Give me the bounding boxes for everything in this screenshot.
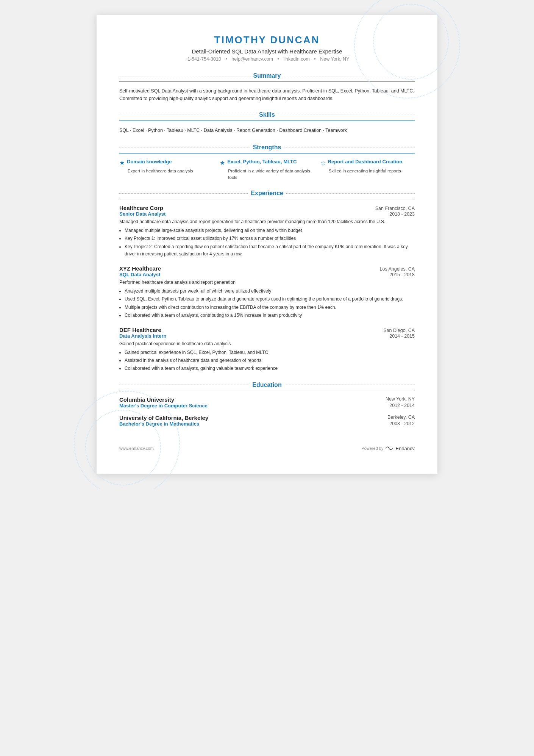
strength-desc-3: Skilled in generating insightful reports (320, 168, 415, 174)
exp-bullets-1: Managed multiple large-scale anayslsis p… (119, 227, 415, 258)
strength-item-2: ★ Excel, Python, Tableau, MLTC Proficien… (220, 159, 314, 181)
summary-section: Summary Self-motivated SQL Data Analyst … (119, 72, 415, 102)
enhancv-logo-icon (385, 446, 393, 451)
strength-desc-2: Proficient in a wide variety of data ana… (220, 168, 314, 181)
exp-title-2: SQL Data Analyst (119, 272, 160, 277)
strengths-heading: Strengths (119, 144, 415, 151)
strengths-grid: ★ Domain knowledge Expert in healthcare … (119, 159, 415, 181)
exp-entry-1: Healthcare Corp San Francisco, CA Senior… (119, 205, 415, 258)
exp-title-3: Data Analysis Intern (119, 333, 167, 339)
skills-divider (119, 121, 415, 121)
exp-row-top-1: Healthcare Corp San Francisco, CA (119, 205, 415, 211)
header: TIMOTHY DUNCAN Detail-Oriented SQL Data … (119, 34, 415, 62)
strength-header-2: ★ Excel, Python, Tableau, MLTC (220, 159, 314, 166)
exp-row-mid-3: Data Analysis Intern 2014 - 2015 (119, 333, 415, 339)
contact-info: +1-541-754-3010 • help@enhancv.com • lin… (119, 56, 415, 62)
exp-summary-1: Managed healthcare data analysis and rep… (119, 218, 415, 225)
exp-entry-2: XYZ Healthcare Los Angeles, CA SQL Data … (119, 265, 415, 319)
bullet-1-1: Managed multiple large-scale anayslsis p… (125, 227, 415, 234)
strength-title-1: Domain knowledge (127, 159, 172, 165)
edu-dates-1: 2012 - 2014 (389, 403, 415, 409)
edu-degree-1: Master's Degree in Computer Science (119, 403, 208, 409)
star-icon-2: ★ (220, 159, 225, 166)
exp-row-mid-2: SQL Data Analyst 2015 - 2018 (119, 272, 415, 277)
skills-list: SQL · Excel · Python · Tableau · MLTC · … (119, 126, 415, 135)
edu-location-1: New York, NY (386, 396, 415, 403)
exp-dates-2: 2015 - 2018 (389, 272, 415, 277)
powered-by-text: Powered by (361, 446, 383, 451)
edu-location-2: Berkeley, CA (387, 415, 415, 421)
resume-page: TIMOTHY DUNCAN Detail-Oriented SQL Data … (97, 15, 437, 474)
exp-dates-3: 2014 - 2015 (389, 333, 415, 339)
exp-summary-3: Gained practical experience in healthcar… (119, 340, 415, 347)
strengths-divider (119, 153, 415, 153)
separator1: • (225, 56, 227, 62)
summary-heading: Summary (119, 72, 415, 79)
strength-title-2: Excel, Python, Tableau, MLTC (227, 159, 297, 165)
exp-company-3: DEF Healthcare (119, 327, 161, 333)
education-divider (119, 391, 415, 391)
page-footer: www.enhancv.com Powered by Enhancv (119, 442, 415, 451)
bullet-3-2: Assisted in the analysis of healthcare d… (125, 357, 415, 364)
skills-section: Skills SQL · Excel · Python · Tableau · … (119, 111, 415, 135)
edu-degree-2: Bachelor's Degree in Mathematics (119, 421, 199, 427)
candidate-name: TIMOTHY DUNCAN (119, 34, 415, 46)
location: New York, NY (320, 56, 349, 62)
exp-bullets-3: Gained practical experience in SQL, Exce… (119, 349, 415, 373)
exp-row-mid-1: Senior Data Analyst 2018 - 2023 (119, 211, 415, 217)
star-icon-1: ★ (119, 159, 125, 166)
exp-location-3: San Diego, CA (383, 328, 415, 333)
exp-summary-2: Performed healthcare data analysis and r… (119, 279, 415, 286)
candidate-title: Detail-Oriented SQL Data Analyst with He… (119, 48, 415, 55)
edu-row-mid-2: Bachelor's Degree in Mathematics 2008 - … (119, 421, 415, 427)
exp-row-top-2: XYZ Healthcare Los Angeles, CA (119, 265, 415, 272)
bullet-3-1: Gained practical experience in SQL, Exce… (125, 349, 415, 356)
exp-dates-1: 2018 - 2023 (389, 211, 415, 217)
experience-divider (119, 199, 415, 199)
footer-powered: Powered by Enhancv (361, 446, 415, 451)
education-heading: Education (119, 382, 415, 388)
strength-item-3: ☆ Report and Dashboard Creation Skilled … (320, 159, 415, 181)
bullet-2-1: Analyzed multiple datasets per week, all… (125, 288, 415, 295)
edu-entry-2: University of California, Berkeley Berke… (119, 415, 415, 427)
experience-heading: Experience (119, 190, 415, 197)
edu-school-2: University of California, Berkeley (119, 415, 208, 421)
exp-company-2: XYZ Healthcare (119, 265, 161, 272)
summary-text: Self-motivated SQL Data Analyst with a s… (119, 87, 415, 102)
separator3: • (314, 56, 315, 62)
strength-item-1: ★ Domain knowledge Expert in healthcare … (119, 159, 214, 181)
email: help@enhancv.com (231, 56, 273, 62)
exp-entry-3: DEF Healthcare San Diego, CA Data Analys… (119, 327, 415, 373)
footer-brand: Enhancv (395, 446, 415, 451)
exp-location-2: Los Angeles, CA (380, 266, 415, 272)
strengths-section: Strengths ★ Domain knowledge Expert in h… (119, 144, 415, 181)
bullet-1-2: Key Projects 1: Improved critical asset … (125, 235, 415, 242)
edu-school-1: Columbia University (119, 396, 174, 403)
skills-heading: Skills (119, 111, 415, 118)
edu-dates-2: 2008 - 2012 (389, 421, 415, 427)
bullet-2-4: Collaborated with a team of analysts, co… (125, 312, 415, 319)
strength-header-3: ☆ Report and Dashboard Creation (320, 159, 415, 166)
exp-title-1: Senior Data Analyst (119, 211, 166, 217)
edu-row-mid-1: Master's Degree in Computer Science 2012… (119, 403, 415, 409)
experience-section: Experience Healthcare Corp San Francisco… (119, 190, 415, 373)
website: linkedin.com (283, 56, 309, 62)
strength-desc-1: Expert in healthcare data analysis (119, 168, 214, 174)
bullet-2-2: Used SQL, Excel, Python, Tableau to anal… (125, 296, 415, 303)
edu-row-top-1: Columbia University New York, NY (119, 396, 415, 403)
footer-url: www.enhancv.com (119, 446, 154, 451)
exp-location-1: San Francisco, CA (375, 206, 415, 211)
phone: +1-541-754-3010 (185, 56, 221, 62)
exp-bullets-2: Analyzed multiple datasets per week, all… (119, 288, 415, 319)
bullet-1-3: Key Project 2: Created a reporting flow … (125, 243, 415, 258)
edu-row-top-2: University of California, Berkeley Berke… (119, 415, 415, 421)
exp-row-top-3: DEF Healthcare San Diego, CA (119, 327, 415, 333)
separator2: • (278, 56, 279, 62)
bullet-2-3: Multiple projects with direct contributi… (125, 304, 415, 311)
summary-divider (119, 81, 415, 82)
edu-entry-1: Columbia University New York, NY Master'… (119, 396, 415, 409)
strength-title-3: Report and Dashboard Creation (328, 159, 402, 165)
star-icon-3: ☆ (320, 159, 326, 166)
education-section: Education Columbia University New York, … (119, 382, 415, 427)
exp-company-1: Healthcare Corp (119, 205, 163, 211)
